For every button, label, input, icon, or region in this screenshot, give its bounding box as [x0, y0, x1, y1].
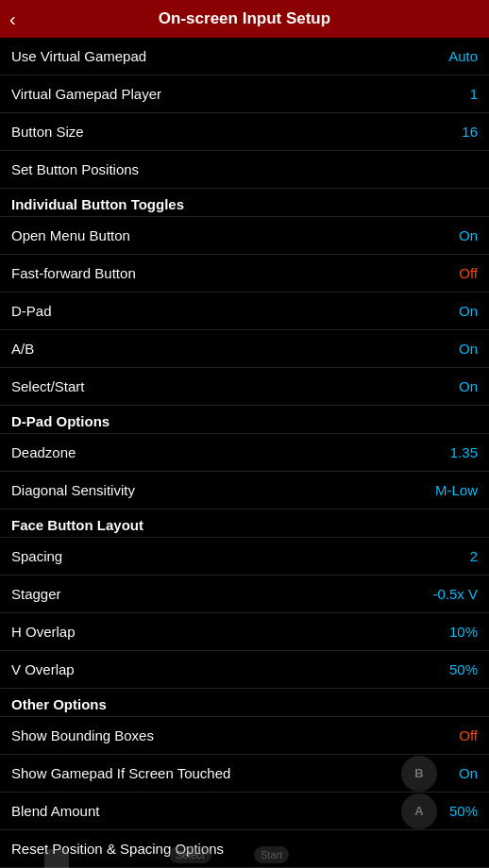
set-button-positions-label: Set Button Positions	[11, 161, 139, 177]
back-button[interactable]: ‹	[9, 8, 16, 30]
a-button-overlay: A	[401, 793, 437, 829]
blend-amount-label: Blend Amount	[11, 803, 99, 819]
select-overlay: Select	[169, 846, 211, 863]
stagger-row[interactable]: Stagger -0.5x V	[0, 576, 489, 613]
section-dpad-options: D-Pad Options	[0, 406, 489, 434]
v-overlap-label: V Overlap	[11, 661, 75, 677]
spacing-row[interactable]: Spacing 2	[0, 538, 489, 576]
open-menu-button-label: Open Menu Button	[11, 227, 130, 243]
button-size-label: Button Size	[11, 124, 84, 140]
blend-amount-value: 50%	[449, 803, 478, 819]
show-gamepad-if-screen-touched-row[interactable]: Show Gamepad If Screen Touched B On	[0, 755, 489, 793]
virtual-gamepad-player-value: 1	[470, 86, 478, 102]
deadzone-row[interactable]: Deadzone 1.35	[0, 434, 489, 472]
use-virtual-gamepad-row[interactable]: Use Virtual Gamepad Auto	[0, 38, 489, 75]
show-bounding-boxes-row[interactable]: Show Bounding Boxes Off	[0, 717, 489, 755]
stagger-value: -0.5x V	[432, 586, 478, 602]
h-overlap-row[interactable]: H Overlap 10%	[0, 613, 489, 651]
start-overlay: Start	[254, 846, 289, 863]
fast-forward-button-value: Off	[459, 265, 478, 281]
section-other-options: Other Options	[0, 689, 489, 717]
stagger-label: Stagger	[11, 586, 61, 602]
use-virtual-gamepad-label: Use Virtual Gamepad	[11, 48, 146, 64]
set-button-positions-row[interactable]: Set Button Positions	[0, 151, 489, 189]
use-virtual-gamepad-value: Auto	[448, 48, 478, 64]
virtual-gamepad-player-label: Virtual Gamepad Player	[11, 86, 161, 102]
deadzone-label: Deadzone	[11, 444, 76, 460]
show-gamepad-if-screen-touched-value: On	[459, 765, 478, 781]
dpad-label: D-Pad	[11, 303, 52, 319]
button-size-row[interactable]: Button Size 16	[0, 113, 489, 151]
ab-value: On	[459, 341, 478, 357]
spacing-label: Spacing	[11, 548, 62, 564]
diagonal-sensitivity-value: M-Low	[435, 482, 478, 498]
open-menu-button-row[interactable]: Open Menu Button On	[0, 217, 489, 255]
v-overlap-row[interactable]: V Overlap 50%	[0, 651, 489, 689]
ab-row[interactable]: A/B On	[0, 330, 489, 368]
ab-label: A/B	[11, 341, 34, 357]
deadzone-value: 1.35	[450, 444, 478, 460]
button-size-value: 16	[462, 124, 478, 140]
blend-amount-row[interactable]: Blend Amount A 50%	[0, 793, 489, 830]
fast-forward-button-label: Fast-forward Button	[11, 265, 136, 281]
show-gamepad-if-screen-touched-label: Show Gamepad If Screen Touched	[11, 765, 230, 781]
open-menu-button-value: On	[459, 227, 478, 243]
section-individual-toggles: Individual Button Toggles	[0, 189, 489, 217]
dpad-row[interactable]: D-Pad On	[0, 292, 489, 330]
virtual-gamepad-player-row[interactable]: Virtual Gamepad Player 1	[0, 75, 489, 113]
v-overlap-value: 50%	[449, 661, 478, 677]
h-overlap-label: H Overlap	[11, 624, 76, 640]
settings-content: Use Virtual Gamepad Auto Virtual Gamepad…	[0, 38, 489, 868]
header-title: On-screen Input Setup	[0, 9, 489, 28]
b-button-overlay: B	[401, 756, 437, 792]
select-start-row[interactable]: Select/Start On	[0, 368, 489, 406]
show-bounding-boxes-label: Show Bounding Boxes	[11, 727, 154, 743]
section-face-button-layout: Face Button Layout	[0, 509, 489, 538]
select-start-value: On	[459, 378, 478, 394]
diagonal-sensitivity-row[interactable]: Diagonal Sensitivity M-Low	[0, 472, 489, 509]
select-start-label: Select/Start	[11, 378, 85, 394]
fast-forward-button-row[interactable]: Fast-forward Button Off	[0, 255, 489, 292]
dpad-overlay	[19, 849, 94, 868]
h-overlap-value: 10%	[449, 624, 478, 640]
diagonal-sensitivity-label: Diagonal Sensitivity	[11, 482, 135, 498]
spacing-value: 2	[470, 548, 478, 564]
header: ‹ On-screen Input Setup	[0, 0, 489, 38]
dpad-value: On	[459, 303, 478, 319]
show-bounding-boxes-value: Off	[459, 727, 478, 743]
